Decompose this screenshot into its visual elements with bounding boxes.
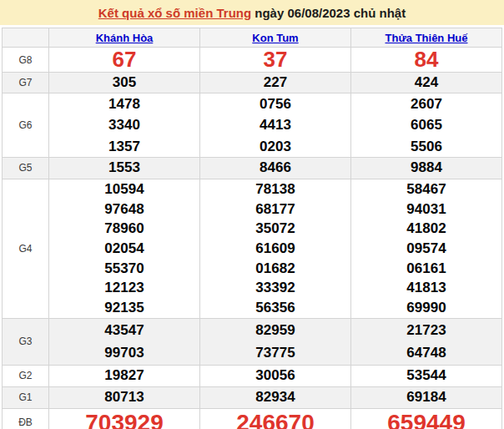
result-cell: 67: [49, 48, 200, 73]
result-number: 21723: [351, 319, 501, 342]
result-cell: 424: [351, 73, 502, 93]
result-cell: 53544: [351, 365, 502, 386]
result-number: 64748: [351, 341, 501, 365]
result-number: 35072: [200, 219, 350, 239]
result-cell: 84: [351, 48, 502, 73]
result-number: 80713: [49, 387, 199, 407]
result-number: 09574: [351, 239, 501, 259]
result-cell: 659449: [351, 408, 502, 429]
result-cell: 227: [200, 73, 351, 93]
result-number: 1478: [49, 93, 199, 114]
result-cell: 246670: [200, 408, 351, 429]
result-number: 01682: [200, 259, 350, 279]
result-cell: 37: [200, 48, 351, 73]
result-number: 69184: [351, 387, 501, 407]
result-number: 82934: [200, 387, 350, 407]
result-number: 1357: [49, 136, 199, 157]
result-number: 8466: [200, 158, 350, 178]
result-cell: 2607 6065 5506: [351, 93, 502, 158]
prize-label-g6: G6: [3, 93, 49, 158]
province-link-thua-thien-hue[interactable]: Thửa Thiên Huế: [386, 32, 468, 44]
result-number: 2607: [351, 93, 501, 114]
result-number: 97648: [49, 199, 199, 220]
result-number: 84: [351, 48, 501, 72]
prize-row-g4: G4 10594 97648 78960 02054 55370 12123 9…: [3, 179, 502, 318]
result-cell: 8466: [200, 157, 351, 179]
title-link[interactable]: Kết quả xổ số miền Trung: [98, 6, 251, 20]
title-date: ngày 06/08/2023 chủ nhật: [251, 6, 406, 20]
prize-row-g5: G5 1553 8466 9884: [3, 157, 502, 179]
header-thua-thien-hue: Thửa Thiên Huế: [351, 28, 502, 48]
result-number: 12123: [49, 278, 199, 298]
prize-row-g8: G8 67 37 84: [3, 48, 502, 73]
prize-label-db: ĐB: [3, 408, 49, 429]
result-number: 68177: [200, 199, 350, 220]
result-number: 06161: [351, 259, 501, 279]
result-number: 1553: [49, 158, 199, 178]
prize-row-g6: G6 1478 3340 1357 0756 4413 0203 2607 60…: [3, 93, 502, 158]
result-number: 37: [200, 48, 350, 72]
result-cell: 0756 4413 0203: [200, 93, 351, 158]
result-cell: 82959 73775: [200, 318, 351, 365]
result-number: 33392: [200, 278, 350, 298]
result-number: 53544: [351, 366, 501, 386]
result-number: 0756: [200, 93, 350, 114]
result-number: 92135: [49, 298, 199, 318]
header-row: Khánh Hòa Kon Tum Thửa Thiên Huế: [3, 28, 502, 48]
province-link-kon-tum[interactable]: Kon Tum: [252, 32, 298, 44]
prize-label-g7: G7: [3, 73, 49, 93]
result-cell: 69184: [351, 386, 502, 408]
result-cell: 80713: [49, 386, 200, 408]
result-number: 30056: [200, 366, 350, 386]
prize-label-g5: G5: [3, 157, 49, 179]
result-number: 78960: [49, 219, 199, 239]
prize-row-g7: G7 305 227 424: [3, 73, 502, 93]
prize-row-g3: G3 43547 99703 82959 73775 21723 64748: [3, 318, 502, 365]
result-number: 19827: [49, 366, 199, 386]
result-number: 55370: [49, 259, 199, 279]
results-table: Khánh Hòa Kon Tum Thửa Thiên Huế G8 67 3…: [2, 28, 502, 429]
province-link-khanh-hoa[interactable]: Khánh Hòa: [96, 32, 154, 44]
header-empty-cell: [3, 28, 49, 48]
result-number: 67: [49, 48, 199, 72]
result-cell: 82934: [200, 386, 351, 408]
result-number: 73775: [200, 341, 350, 365]
result-cell: 30056: [200, 365, 351, 386]
result-number: 246670: [200, 409, 350, 429]
result-number: 305: [49, 73, 199, 93]
result-cell: 1553: [49, 157, 200, 179]
result-cell: 9884: [351, 157, 502, 179]
result-number: 41802: [351, 219, 501, 239]
result-number: 4413: [200, 114, 350, 135]
result-cell: 305: [49, 73, 200, 93]
prize-row-db: ĐB 703929 246670 659449: [3, 408, 502, 429]
result-number: 0203: [200, 136, 350, 157]
prize-label-g4: G4: [3, 179, 49, 318]
prize-label-g1: G1: [3, 386, 49, 408]
result-number: 69990: [351, 298, 501, 318]
result-number: 43547: [49, 319, 199, 342]
prize-row-g1: G1 80713 82934 69184: [3, 386, 502, 408]
result-cell: 10594 97648 78960 02054 55370 12123 9213…: [49, 179, 200, 318]
result-number: 10594: [49, 179, 199, 199]
result-number: 56356: [200, 298, 350, 318]
result-number: 99703: [49, 341, 199, 365]
result-cell: 58467 94031 41802 09574 06161 41813 6999…: [351, 179, 502, 318]
result-number: 703929: [49, 409, 199, 429]
result-number: 82959: [200, 319, 350, 342]
result-cell: 43547 99703: [49, 318, 200, 365]
header-khanh-hoa: Khánh Hòa: [49, 28, 200, 48]
result-number: 94031: [351, 199, 501, 220]
result-number: 9884: [351, 158, 501, 178]
prize-label-g2: G2: [3, 365, 49, 386]
prize-row-g2: G2 19827 30056 53544: [3, 365, 502, 386]
result-number: 41813: [351, 278, 501, 298]
result-cell: 19827: [49, 365, 200, 386]
result-cell: 21723 64748: [351, 318, 502, 365]
result-number: 424: [351, 73, 501, 93]
result-cell: 703929: [49, 408, 200, 429]
prize-label-g3: G3: [3, 318, 49, 365]
result-cell: 1478 3340 1357: [49, 93, 200, 158]
result-number: 3340: [49, 114, 199, 135]
result-number: 61609: [200, 239, 350, 259]
